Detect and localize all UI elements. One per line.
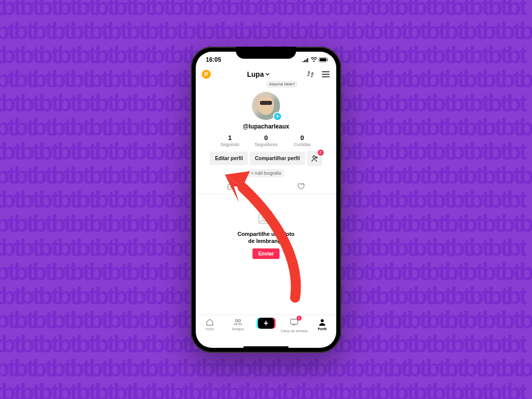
phone-notch (236, 47, 296, 59)
svg-point-9 (235, 319, 238, 322)
nav-home[interactable]: Início (196, 318, 224, 331)
tab-liked[interactable] (266, 183, 336, 191)
tab-private[interactable] (196, 183, 266, 191)
nav-create[interactable]: + (252, 318, 280, 329)
profile-actions: Editar perfil Compartilhar perfil 2 (205, 147, 327, 166)
nav-profile[interactable]: Perfil (308, 318, 336, 331)
friends-badge: 2 (318, 150, 324, 156)
footprints-icon[interactable] (306, 70, 315, 79)
add-story-icon[interactable]: + (273, 112, 282, 121)
home-indicator (196, 341, 336, 348)
share-profile-button[interactable]: Compartilhar perfil (250, 152, 305, 165)
home-icon (205, 318, 214, 327)
idea-tooltip[interactable]: Alguma ideia? (267, 81, 297, 88)
app-header: P Lupa (196, 68, 336, 83)
add-friends-button[interactable]: 2 (307, 151, 322, 166)
empty-title: Compartilhe uma foto de lembrança (236, 230, 296, 245)
stat-followers[interactable]: 0 Seguidores (253, 134, 279, 147)
promo-badge[interactable]: P (202, 70, 211, 79)
content-tabs (196, 180, 336, 194)
add-friend-icon (311, 155, 319, 163)
svg-rect-5 (230, 186, 231, 188)
svg-point-3 (313, 156, 315, 158)
profile-icon (318, 318, 327, 327)
signal-icon (302, 57, 309, 62)
stats-row: 1 Seguindo 0 Seguidores 0 Curtidas (217, 134, 315, 147)
svg-point-10 (238, 319, 241, 322)
chevron-down-icon (265, 72, 270, 77)
empty-state: Compartilhe uma foto de lembrança Enviar (196, 194, 336, 315)
status-time: 16:05 (206, 56, 221, 63)
private-posts-icon (227, 183, 235, 191)
heart-outline-icon (297, 183, 305, 191)
username-handle: @lupacharleaux (243, 123, 289, 130)
upload-button[interactable]: Enviar (252, 248, 280, 259)
nav-inbox[interactable]: 1 Caixa de entrada (280, 318, 308, 333)
avatar-container[interactable]: + (252, 92, 280, 120)
svg-rect-11 (291, 319, 298, 324)
battery-icon (319, 57, 328, 62)
stat-following[interactable]: 1 Seguindo (217, 134, 242, 147)
svg-rect-1 (320, 58, 326, 61)
account-name: Lupa (247, 70, 263, 78)
create-icon: + (258, 318, 274, 329)
status-icons (302, 57, 328, 62)
hamburger-menu-icon[interactable] (321, 70, 330, 79)
edit-profile-button[interactable]: Editar perfil (210, 152, 248, 165)
friends-icon (233, 318, 243, 327)
inbox-badge: 1 (297, 316, 302, 321)
stat-likes[interactable]: 0 Curtidas (290, 134, 315, 147)
svg-rect-2 (327, 59, 328, 61)
account-switcher[interactable]: Lupa (247, 70, 270, 78)
photo-stack-icon (257, 210, 275, 226)
add-bio-button[interactable]: + Add biografia (248, 169, 284, 177)
profile-section: Alguma ideia? + @lupacharleaux 1 Seguind… (196, 83, 336, 177)
nav-friends[interactable]: Amigos (224, 318, 252, 331)
wifi-icon (311, 57, 317, 62)
phone-mockup: 16:05 P Lupa (191, 47, 341, 353)
bottom-nav: Início Amigos + 1 Caixa de entrada Perfi… (196, 315, 336, 341)
svg-point-12 (321, 319, 324, 322)
app-screen: 16:05 P Lupa (196, 52, 336, 348)
